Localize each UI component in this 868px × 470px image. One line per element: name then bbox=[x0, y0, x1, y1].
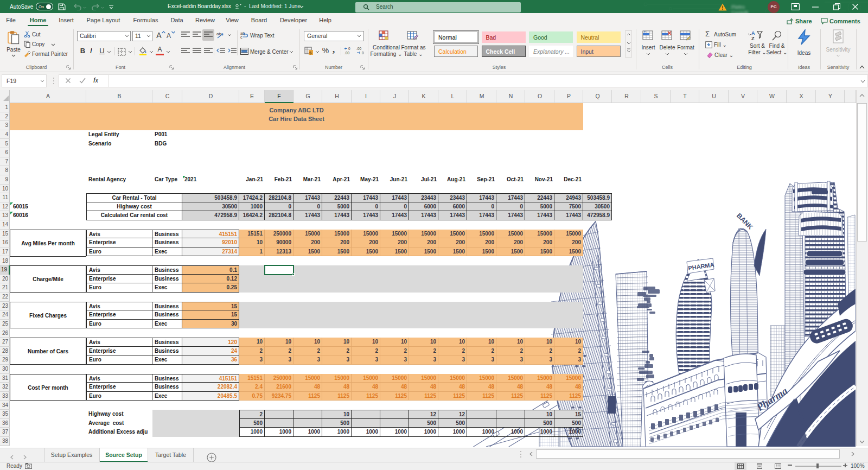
svg-text:Z: Z bbox=[751, 36, 755, 41]
svg-text:.00: .00 bbox=[356, 47, 361, 50]
svg-text:.00: .00 bbox=[344, 51, 349, 55]
svg-text:c: c bbox=[240, 35, 242, 39]
svg-text:A: A bbox=[751, 30, 755, 36]
svg-text:BANK: BANK bbox=[735, 212, 754, 231]
svg-text:0: 0 bbox=[362, 51, 364, 55]
svg-text:$: $ bbox=[309, 50, 312, 55]
svg-text:0: 0 bbox=[348, 47, 350, 50]
